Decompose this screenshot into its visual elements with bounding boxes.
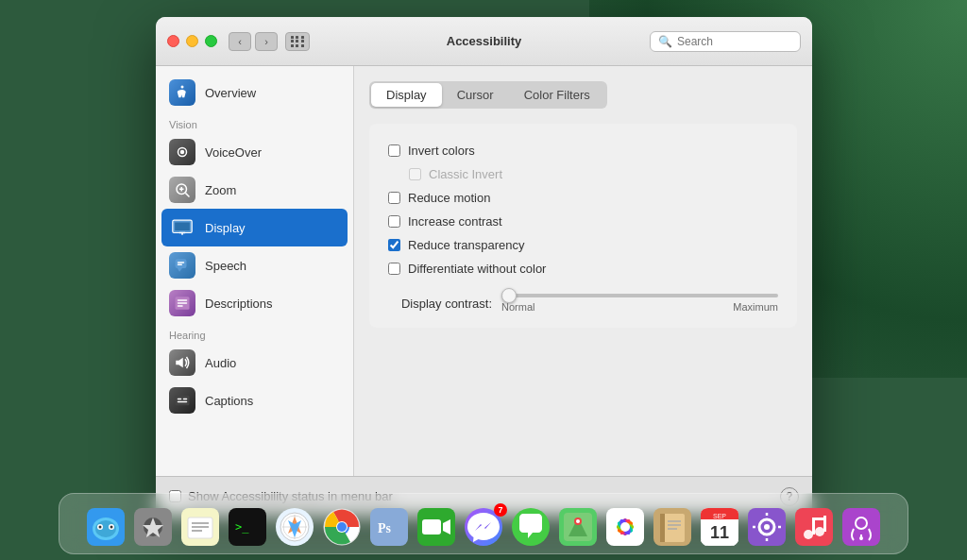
reduce-transparency-checkbox[interactable] [388, 239, 400, 251]
classic-invert-checkbox[interactable] [409, 168, 421, 180]
tab-color-filters[interactable]: Color Filters [509, 83, 605, 107]
grid-dots-icon [291, 36, 305, 47]
reduce-transparency-row: Reduce transparency [388, 233, 778, 257]
invert-colors-row: Invert colors [388, 139, 778, 162]
content-area: Overview Vision VoiceOver [156, 66, 812, 476]
dock-item-safari[interactable] [273, 505, 316, 549]
svg-text:>_: >_ [235, 520, 249, 534]
messenger-badge: 7 [494, 503, 507, 517]
dock-item-maps[interactable] [556, 505, 600, 549]
dock-item-adobe[interactable]: Ps [367, 505, 411, 549]
tabs: Display Cursor Color Filters [369, 81, 607, 109]
podcasts-icon [842, 508, 880, 546]
accessibility-icon [169, 79, 195, 106]
sidebar-item-speech[interactable]: Speech [156, 246, 353, 284]
sidebar-item-display[interactable]: Display [161, 209, 348, 246]
increase-contrast-checkbox[interactable] [388, 215, 400, 228]
svg-rect-101 [812, 518, 826, 520]
svg-text:11: 11 [710, 523, 729, 542]
dock-item-sysref[interactable] [745, 505, 789, 549]
svg-point-98 [815, 527, 824, 536]
notes-icon [181, 508, 219, 546]
classic-invert-row: Classic Invert [409, 162, 778, 186]
minimize-button[interactable] [186, 35, 198, 47]
dock-item-photos[interactable] [603, 505, 647, 549]
maximize-button[interactable] [205, 35, 217, 47]
sysref-icon [748, 508, 786, 546]
forward-button[interactable]: › [255, 32, 278, 51]
dock-item-finder[interactable] [84, 505, 127, 549]
nav-buttons: ‹ › [229, 32, 278, 51]
titlebar: ‹ › Accessibility 🔍 [156, 17, 812, 66]
maps-icon [559, 508, 597, 546]
svg-point-0 [181, 86, 184, 89]
tab-display[interactable]: Display [371, 83, 442, 107]
sidebar-item-voiceover[interactable]: VoiceOver [156, 133, 353, 171]
svg-point-52 [337, 522, 347, 532]
svg-rect-35 [188, 518, 212, 538]
dock-item-terminal[interactable]: >_ [226, 505, 269, 549]
dock-item-messenger[interactable]: 7 [462, 505, 505, 549]
display-contrast-row: Display contrast: Normal Maximum [388, 294, 778, 313]
back-button[interactable]: ‹ [229, 32, 251, 51]
search-icon: 🔍 [658, 35, 672, 48]
display-icon [169, 214, 195, 241]
svg-point-29 [99, 526, 102, 529]
sidebar-item-label-zoom: Zoom [205, 183, 236, 197]
display-settings-panel: Invert colors Classic Invert Reduce moti… [369, 124, 797, 328]
svg-rect-14 [178, 264, 182, 266]
svg-rect-20 [176, 396, 190, 406]
svg-rect-80 [660, 514, 665, 542]
svg-rect-18 [178, 305, 183, 307]
facetime-icon [417, 508, 455, 546]
svg-marker-12 [178, 268, 182, 272]
sidebar-item-zoom[interactable]: Zoom [156, 171, 353, 209]
sidebar-item-audio[interactable]: Audio [156, 344, 353, 382]
slider-max-label: Maximum [733, 301, 778, 313]
sidebar-item-descriptions[interactable]: Descriptions [156, 284, 353, 322]
sidebar: Overview Vision VoiceOver [156, 66, 354, 476]
reduce-motion-checkbox[interactable] [388, 192, 400, 204]
dock-item-notes[interactable] [178, 505, 222, 549]
reduce-motion-row: Reduce motion [388, 186, 778, 210]
search-box: 🔍 [650, 31, 801, 52]
tab-cursor[interactable]: Cursor [442, 83, 509, 107]
window-controls [167, 35, 217, 47]
invert-colors-checkbox[interactable] [388, 144, 400, 157]
search-input[interactable] [677, 35, 792, 48]
svg-marker-19 [176, 358, 183, 368]
dayone-icon [653, 508, 691, 546]
finder-icon [87, 508, 125, 546]
sidebar-item-label-speech: Speech [205, 259, 246, 273]
dock-item-chrome[interactable] [320, 505, 364, 549]
dock-item-dayone[interactable] [651, 505, 694, 549]
dock-item-music[interactable] [792, 505, 836, 549]
sidebar-item-label-display: Display [205, 221, 246, 235]
svg-rect-22 [183, 399, 188, 400]
sidebar-item-label-audio: Audio [205, 356, 236, 370]
calendar-icon: 11 SEP [701, 508, 738, 546]
dock-item-facetime[interactable] [415, 505, 458, 549]
section-header-vision: Vision [156, 111, 353, 133]
dock-item-calendar[interactable]: 11 SEP [698, 505, 741, 549]
sidebar-item-captions[interactable]: Captions [156, 382, 353, 419]
display-contrast-label: Display contrast: [388, 297, 492, 311]
sidebar-item-overview[interactable]: Overview [156, 74, 353, 111]
differentiate-checkbox[interactable] [388, 263, 400, 275]
svg-rect-11 [176, 259, 187, 268]
svg-point-97 [804, 530, 813, 539]
dock-item-messages[interactable] [509, 505, 552, 549]
svg-rect-21 [178, 399, 182, 400]
terminal-icon: >_ [229, 508, 266, 546]
slider-container: Normal Maximum [501, 294, 778, 313]
safari-icon [276, 508, 314, 546]
display-contrast-slider[interactable] [501, 294, 778, 297]
slider-min-label: Normal [501, 301, 534, 313]
svg-rect-17 [178, 302, 188, 304]
dock-item-launchpad[interactable] [131, 505, 175, 549]
captions-icon [169, 387, 195, 414]
grid-button[interactable] [285, 32, 310, 51]
dock-item-podcasts[interactable] [840, 505, 883, 549]
close-button[interactable] [167, 35, 179, 47]
audio-icon [169, 349, 195, 376]
